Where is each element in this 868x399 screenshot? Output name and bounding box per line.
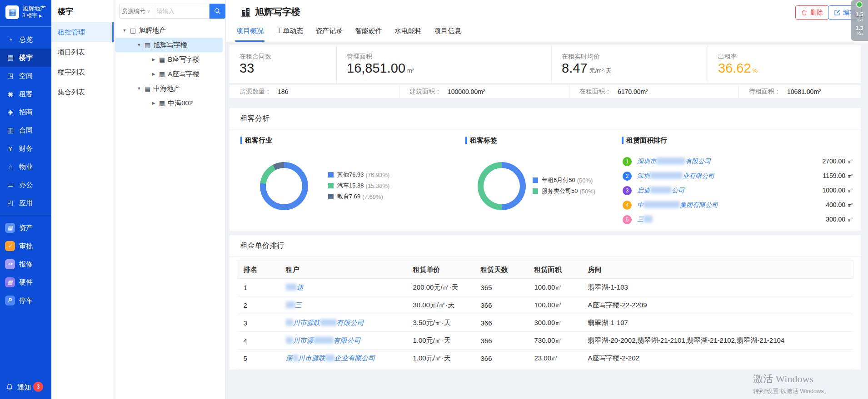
tree-node-project-selected[interactable]: ▼▦旭辉写字楼 [115, 38, 223, 52]
delete-button-label: 删除 [810, 9, 823, 17]
menu-item-collection-list[interactable]: 集合列表 [51, 82, 114, 102]
repair-app-icon: ✂ [5, 259, 15, 269]
area-ranking-title: 租赁面积排行 [622, 136, 667, 145]
sidebar-item-overview[interactable]: ◔总览 [0, 30, 51, 49]
tenant-link[interactable]: 启迪公司 [637, 187, 684, 195]
sidebar-item-space[interactable]: ◳空间 [0, 67, 51, 85]
rank-area-value: 1000.00 ㎡ [823, 187, 854, 195]
sidebar-item-building[interactable]: ▤楼宇 [0, 49, 51, 67]
approval-app-icon: ✓ [5, 241, 15, 251]
rank-area-value: 400.00 ㎡ [826, 201, 853, 209]
notification-item[interactable]: 通知 3 [0, 378, 51, 396]
stat-unit: m² [407, 67, 414, 74]
notification-label: 通知 [17, 383, 31, 392]
tree-expand-icon[interactable]: ▼ [122, 28, 127, 33]
sidebar-app-label: 报修 [19, 260, 33, 269]
tree-expand-icon[interactable]: ▶ [151, 101, 156, 105]
org-icon: ◫ [130, 27, 136, 34]
legend-swatch [328, 183, 334, 188]
chevron-down-icon: ∨ [147, 9, 150, 14]
primary-sidebar: ▦ 旭辉地产 3 楼宇▶ ◔总览 ▤楼宇 ◳空间 ◉租客 ◈招商 ▥合同 ¥财务… [0, 0, 51, 399]
tab-project-info[interactable]: 项目信息 [433, 27, 462, 42]
tree-node-zhonghai-002[interactable]: ▶▦中海002 [115, 96, 225, 110]
tree-node-building-a[interactable]: ▶▦A座写字楼 [115, 67, 225, 81]
table-row: 1 达 200.00元/㎡·天365100.00㎡翡翠湖-1-103 [237, 279, 853, 296]
tab-smart-hardware[interactable]: 智能硬件 [354, 27, 383, 42]
search-button[interactable] [210, 4, 225, 19]
sidebar-app-hardware[interactable]: ▦硬件 [0, 273, 51, 291]
tab-project-overview[interactable]: 项目概况 [235, 27, 264, 42]
sidebar-app-approval[interactable]: ✓审批 [0, 237, 51, 255]
page-title: 旭辉写字楼 [255, 6, 300, 18]
hardware-app-icon: ▦ [5, 277, 15, 287]
sidebar-app-label: 审批 [19, 242, 33, 251]
tenant-link[interactable]: 川市源联有限公司 [286, 319, 364, 326]
sidebar-item-office[interactable]: ▭办公 [0, 176, 51, 194]
sidebar-item-apps[interactable]: ◰应用 [0, 194, 51, 212]
search-type-select[interactable]: 房源编号 ∨ [119, 4, 153, 19]
tree-expand-icon[interactable]: ▶ [151, 57, 156, 62]
tab-utilities[interactable]: 水电能耗 [394, 27, 423, 42]
sidebar-item-property[interactable]: ⌂物业 [0, 158, 51, 176]
tenant-link[interactable]: 三 [637, 216, 653, 224]
rent-price-table: 排名 租户 租赁单价 租赁天数 租赁面积 房间 1 达 200.00元/㎡·天3 [237, 261, 853, 367]
sidebar-app-asset[interactable]: ▤资产 [0, 219, 51, 237]
stat-label: 在租实时均价 [562, 53, 708, 61]
bell-icon [6, 384, 13, 391]
tree-expand-icon[interactable]: ▶ [151, 72, 156, 76]
tree-node-org[interactable]: ▼◫旭辉地产 [115, 23, 225, 38]
space-icon: ◳ [6, 72, 15, 80]
tab-workorder-activity[interactable]: 工单动态 [275, 27, 304, 42]
stat-value: 36.62 [718, 61, 751, 75]
tree-node-building-b[interactable]: ▶▦B座写字楼 [115, 52, 225, 67]
menu-item-project-list[interactable]: 项目列表 [51, 42, 114, 62]
stat-value: 8.47 [562, 61, 587, 75]
sidebar-app-parking[interactable]: P停车 [0, 291, 51, 310]
tree-expand-icon[interactable]: ▼ [136, 86, 142, 91]
stat-cards-row: 在租合同数 33 管理面积 16,851.00m² 在租实时均价 8.47元/m… [229, 45, 861, 83]
stat-card-occupancy: 出租率 36.62% [708, 45, 861, 83]
tenant-link[interactable]: 深圳业有限公司 [637, 172, 714, 180]
area-rank-row: 4 中集团有限公司 400.00 ㎡ [623, 200, 853, 210]
delete-button[interactable]: 删除 [795, 5, 829, 20]
stat-label: 管理面积 [347, 53, 551, 61]
panel-title: 租金单价排行 [229, 235, 861, 256]
search-type-value: 房源编号 [122, 7, 145, 15]
tenant-link[interactable]: 达 [286, 283, 304, 291]
sidebar-item-label: 空间 [19, 72, 33, 80]
tenant-link[interactable]: 深川市源联企业有限公司 [286, 354, 375, 362]
menu-item-rent-control[interactable]: 租控管理 [51, 22, 114, 42]
sidebar-item-finance[interactable]: ¥财务 [0, 139, 51, 158]
contract-icon: ▥ [6, 126, 15, 134]
stat-room-count: 房源数量：186 [229, 85, 399, 98]
menu-item-label: 楼宇列表 [58, 68, 85, 76]
sidebar-app-repair[interactable]: ✂报修 [0, 255, 51, 273]
building-icon: ▦ [159, 100, 165, 106]
sidebar-item-tenant[interactable]: ◉租客 [0, 85, 51, 103]
col-area: 租赁面积 [528, 261, 582, 279]
sidebar-item-label: 物业 [19, 163, 33, 171]
org-switcher[interactable]: ▦ 旭辉地产 3 楼宇▶ [0, 0, 51, 24]
building-icon: ▦ [145, 85, 150, 92]
tree-expand-icon[interactable]: ▼ [136, 43, 142, 47]
sidebar-item-investment[interactable]: ◈招商 [0, 103, 51, 121]
area-rank-row: 2 深圳业有限公司 1159.00 ㎡ [623, 171, 853, 181]
menu-item-building-list[interactable]: 楼宇列表 [51, 62, 114, 82]
industry-chart-title: 租客行业 [240, 136, 272, 145]
tenant-link[interactable]: 川市源有限公司 [286, 336, 361, 344]
tenant-link[interactable]: 中集团有限公司 [637, 201, 718, 209]
menu-item-label: 项目列表 [58, 48, 85, 56]
office-icon: ▭ [6, 181, 15, 189]
tab-asset-records[interactable]: 资产记录 [314, 27, 344, 42]
stat-unit: % [753, 67, 758, 74]
search-input[interactable] [153, 4, 210, 19]
active-indicator [112, 22, 114, 42]
sidebar-item-contract[interactable]: ▥合同 [0, 121, 51, 139]
tree-node-zhonghai[interactable]: ▼▦中海地产 [115, 81, 225, 96]
network-speed-widget[interactable]: 1.5 ↑K/s 1.3 ↓K/s [851, 0, 868, 41]
sidebar-divider [0, 215, 51, 215]
sidebar-app-label: 资产 [19, 224, 33, 232]
tenant-link[interactable]: 深圳市有限公司 [637, 158, 711, 166]
tenant-link[interactable]: 三 [286, 301, 302, 309]
building-icon: ▦ [145, 42, 150, 48]
